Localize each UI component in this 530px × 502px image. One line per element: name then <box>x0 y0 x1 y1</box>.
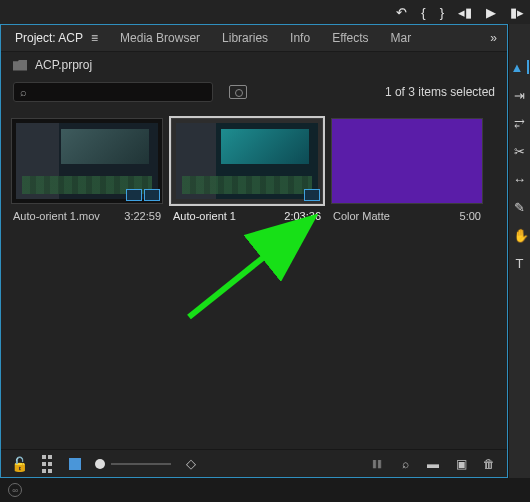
tool-type-icon[interactable]: T <box>513 256 527 270</box>
transport-mark-in-icon[interactable]: { <box>421 5 425 20</box>
tab-menu-icon[interactable]: ≡ <box>91 31 98 45</box>
transport-prev-edit-icon[interactable]: ↶ <box>396 5 407 20</box>
trash-icon[interactable]: 🗑 <box>481 456 497 472</box>
project-panel: Project: ACP ≡ Media Browser Libraries I… <box>0 24 508 478</box>
clip-duration: 2:03:36 <box>284 210 321 222</box>
tool-ripple-icon[interactable]: ⥂ <box>513 116 527 130</box>
clip-name: Color Matte <box>333 210 390 222</box>
automate-to-sequence-icon[interactable]: ⦀⦀ <box>369 456 385 472</box>
transport-mark-out-icon[interactable]: } <box>440 5 444 20</box>
zoom-slider[interactable] <box>95 459 171 469</box>
transport-play-icon[interactable]: ▶ <box>486 5 496 20</box>
tool-selection-icon[interactable]: ▲ <box>511 60 529 74</box>
clip-duration: 3:22:59 <box>124 210 161 222</box>
tab-overflow-icon[interactable]: » <box>490 31 497 45</box>
tab-libraries[interactable]: Libraries <box>222 31 268 45</box>
tab-info[interactable]: Info <box>290 31 310 45</box>
clip-badges <box>304 189 320 201</box>
transport-step-fwd-icon[interactable]: ▮▸ <box>510 5 524 20</box>
clip-thumbnail[interactable] <box>171 118 323 204</box>
search-input-wrap[interactable]: ⌕ <box>13 82 213 102</box>
selection-count: 1 of 3 items selected <box>385 85 495 99</box>
clip-name: Auto-orient 1.mov <box>13 210 100 222</box>
tab-project[interactable]: Project: ACP <box>15 31 83 45</box>
new-bin-icon[interactable]: ▬ <box>425 456 441 472</box>
search-input[interactable] <box>27 86 206 98</box>
find-icon[interactable]: ⌕ <box>397 456 413 472</box>
tool-track-select-icon[interactable]: ⇥ <box>513 88 527 102</box>
panel-tabbar: Project: ACP ≡ Media Browser Libraries I… <box>1 25 507 52</box>
tool-pen-icon[interactable]: ✎ <box>513 200 527 214</box>
zoom-knob-icon[interactable] <box>95 459 105 469</box>
tool-hand-icon[interactable]: ✋ <box>513 228 527 242</box>
tools-strip: ▲ ⇥ ⥂ ✂ ↔ ✎ ✋ T <box>508 24 530 478</box>
transport-bar: ↶ { } ◂▮ ▶ ▮▸ <box>0 0 530 24</box>
tab-effects[interactable]: Effects <box>332 31 368 45</box>
new-bin-from-search-icon[interactable] <box>229 85 247 99</box>
thumbnail-view-icon[interactable] <box>67 456 83 472</box>
bin-grid: Auto-orient 1.mov 3:22:59 Auto-orient 1 … <box>1 108 507 449</box>
search-icon: ⌕ <box>20 86 27 98</box>
panel-bottom-toolbar: 🔓 ◇ ⦀⦀ ⌕ ▬ ▣ 🗑 <box>1 449 507 477</box>
clip-item[interactable]: Color Matte 5:00 <box>331 118 483 222</box>
new-item-icon[interactable]: ▣ <box>453 456 469 472</box>
project-file-row: ACP.prproj <box>1 52 507 78</box>
clip-name: Auto-orient 1 <box>173 210 236 222</box>
tab-media-browser[interactable]: Media Browser <box>120 31 200 45</box>
list-view-icon[interactable] <box>39 456 55 472</box>
clip-badges <box>126 189 160 201</box>
zoom-track[interactable] <box>111 463 171 465</box>
clip-thumbnail[interactable] <box>331 118 483 204</box>
project-file-name: ACP.prproj <box>35 58 92 72</box>
clip-thumbnail[interactable] <box>11 118 163 204</box>
app-statusbar: ∞ <box>0 478 530 502</box>
color-matte-swatch <box>332 119 482 203</box>
sort-icon[interactable]: ◇ <box>183 456 199 472</box>
folder-icon <box>13 60 27 71</box>
creative-cloud-icon[interactable]: ∞ <box>8 483 22 497</box>
tab-markers-truncated[interactable]: Mar <box>391 31 412 45</box>
tool-slip-icon[interactable]: ↔ <box>513 172 527 186</box>
write-lock-icon[interactable]: 🔓 <box>11 456 27 472</box>
clip-item[interactable]: Auto-orient 1 2:03:36 <box>171 118 323 222</box>
clip-item[interactable]: Auto-orient 1.mov 3:22:59 <box>11 118 163 222</box>
transport-step-back-icon[interactable]: ◂▮ <box>458 5 472 20</box>
search-row: ⌕ 1 of 3 items selected <box>1 78 507 108</box>
clip-duration: 5:00 <box>460 210 481 222</box>
tool-razor-icon[interactable]: ✂ <box>513 144 527 158</box>
